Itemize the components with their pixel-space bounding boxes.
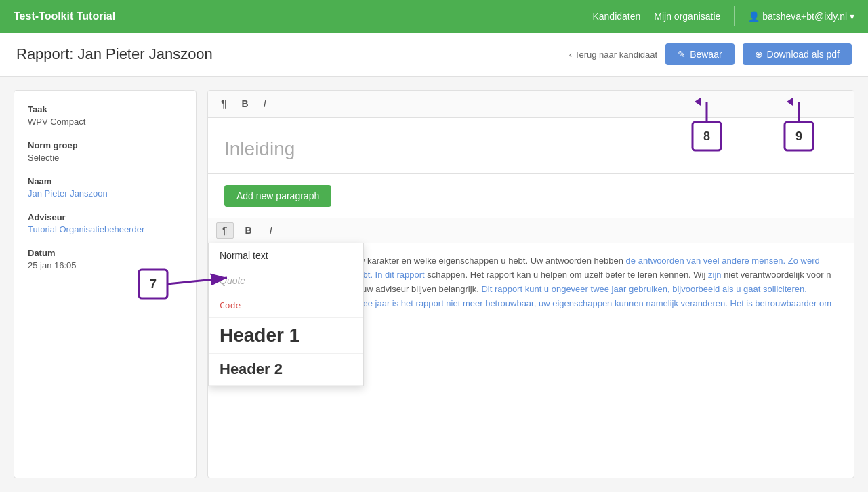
page-header: Rapport: Jan Pieter Janszoon ‹ Terug naa… <box>0 33 868 77</box>
sidebar-normgroep-label: Norm groep <box>28 140 182 150</box>
dropdown-h2[interactable]: Header 2 <box>209 354 363 386</box>
sidebar-adviseur: Adviseur Tutorial Organisatiebeheerder <box>28 212 182 234</box>
bold-button-1[interactable]: B <box>237 96 253 112</box>
bold-button-2[interactable]: B <box>239 222 258 239</box>
editor-heading[interactable]: Inleiding <box>208 118 854 174</box>
sidebar-naam: Naam Jan Pieter Janszoon <box>28 176 182 199</box>
sidebar-naam-value: Jan Pieter Janszoon <box>28 188 182 199</box>
nav-user[interactable]: 👤 batsheva+bt@ixly.nl ▾ <box>748 11 854 22</box>
add-paragraph-button[interactable]: Add new paragraph <box>224 185 331 207</box>
dropdown-normal[interactable]: Normal text <box>209 243 363 268</box>
nav-kandidaten[interactable]: Kandidaten <box>592 11 640 22</box>
sidebar-datum-value: 25 jan 16:05 <box>28 260 182 270</box>
pilcrow-button-1[interactable]: ¶ <box>216 95 232 113</box>
sidebar-naam-label: Naam <box>28 176 182 186</box>
dropdown-code[interactable]: Code <box>209 293 363 318</box>
download-button[interactable]: ⊕ Download als pdf <box>743 43 852 65</box>
sidebar-datum-label: Datum <box>28 248 182 258</box>
text-format-dropdown[interactable]: Normal text Quote Code Header 1 Header 2 <box>208 243 364 386</box>
editor-area: ¶ B I Inleiding Add new paragraph ¶ B I … <box>207 90 854 478</box>
header-actions: ‹ Terug naar kandidaat ✎ Bewaar ⊕ Downlo… <box>569 43 852 65</box>
add-paragraph-row: Add new paragraph <box>208 174 854 218</box>
italic-button-2[interactable]: I <box>264 222 278 239</box>
page-title: Rapport: Jan Pieter Janszoon <box>16 45 213 63</box>
top-nav: Test-Toolkit Tutorial Kandidaten Mijn or… <box>0 0 868 33</box>
nav-right: Kandidaten Mijn organisatie 👤 batsheva+b… <box>592 6 854 26</box>
sidebar-normgroep: Norm groep Selectie <box>28 140 182 163</box>
main-layout: Taak WPV Compact Norm groep Selectie Naa… <box>0 77 868 492</box>
sidebar-datum: Datum 25 jan 16:05 <box>28 248 182 270</box>
nav-divider <box>734 6 735 26</box>
sidebar-adviseur-value: Tutorial Organisatiebeheerder <box>28 224 182 234</box>
sidebar-taak-value: WPV Compact <box>28 117 182 127</box>
app-title: Test-Toolkit Tutorial <box>14 10 115 22</box>
sidebar: Taak WPV Compact Norm groep Selectie Naa… <box>14 90 197 478</box>
italic-button-1[interactable]: I <box>259 96 271 112</box>
download-icon: ⊕ <box>755 49 763 60</box>
pilcrow-button-2[interactable]: ¶ <box>216 222 234 239</box>
dropdown-quote[interactable]: Quote <box>209 268 363 293</box>
dropdown-h1[interactable]: Header 1 <box>209 318 363 354</box>
nav-organisatie[interactable]: Mijn organisatie <box>654 11 720 22</box>
sidebar-taak: Taak WPV Compact <box>28 104 182 127</box>
save-icon: ✎ <box>678 49 686 60</box>
toolbar-1: ¶ B I <box>208 91 854 118</box>
sidebar-normgroep-value: Selectie <box>28 152 182 163</box>
toolbar-2: ¶ B I Normal text Quote Code Header 1 He… <box>208 218 854 243</box>
back-link[interactable]: ‹ Terug naar kandidaat <box>569 49 658 60</box>
sidebar-taak-label: Taak <box>28 104 182 115</box>
sidebar-adviseur-label: Adviseur <box>28 212 182 222</box>
save-button[interactable]: ✎ Bewaar <box>665 43 734 65</box>
